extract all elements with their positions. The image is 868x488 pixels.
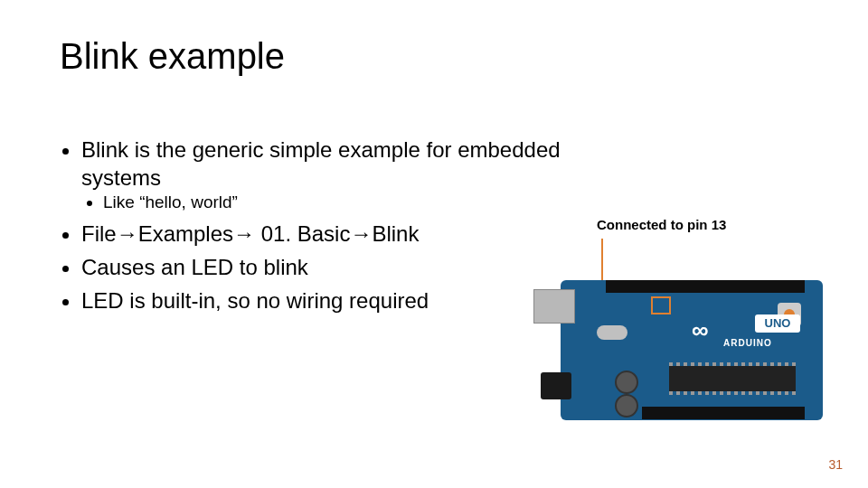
slide: Blink example Blink is the generic simpl… [0, 0, 868, 488]
bullet-1-text: Blink is the generic simple example for … [81, 137, 561, 190]
header-bottom [642, 407, 805, 419]
bullet-2-blink: Blink [372, 221, 419, 246]
power-jack-icon [541, 372, 571, 399]
arrow-icon: → [117, 221, 138, 246]
slide-body: Blink is the generic simple example for … [60, 136, 566, 321]
bullet-2-examples: Examples [138, 221, 233, 246]
brand-label: ARDUINO [723, 338, 772, 348]
capacitor-icon [615, 371, 638, 394]
model-badge: UNO [755, 314, 800, 333]
led-highlight-box [651, 296, 671, 314]
slide-title: Blink example [60, 36, 285, 77]
capacitor-icon [615, 394, 638, 418]
arduino-board-image: ∞ UNO ARDUINO [506, 262, 841, 434]
bullet-2-basic: 01. Basic [255, 221, 350, 246]
bullet-4: LED is built-in, so no wiring required [81, 286, 566, 314]
bullet-2: File→Examples→ 01. Basic→Blink [81, 220, 566, 248]
bullet-3: Causes an LED to blink [81, 253, 566, 281]
callout-label: Connected to pin 13 [597, 217, 726, 232]
usb-port-icon [533, 289, 575, 324]
bullet-1: Blink is the generic simple example for … [81, 136, 566, 214]
bullet-2-file: File [81, 221, 117, 246]
crystal-icon [597, 325, 627, 340]
microcontroller-chip-icon [669, 366, 796, 391]
header-top [606, 280, 805, 293]
logo-icon: ∞ [692, 316, 709, 344]
arrow-icon: → [233, 221, 255, 246]
pcb [561, 280, 823, 420]
page-number: 31 [828, 457, 843, 472]
bullet-1a: Like “hello, world” [103, 192, 566, 214]
arrow-icon: → [350, 221, 372, 246]
